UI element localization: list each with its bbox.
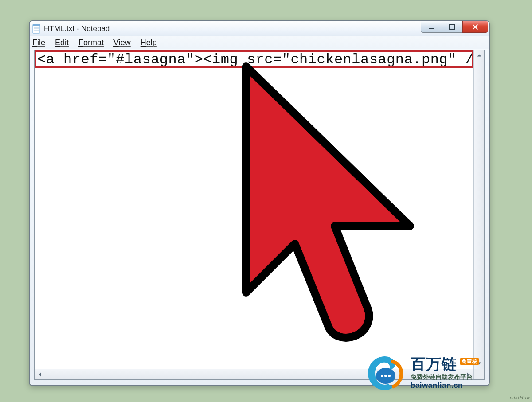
watermark-badge: 免审核 bbox=[460, 358, 479, 365]
maximize-button[interactable] bbox=[442, 21, 463, 33]
watermark-domain: baiwanlian.cn bbox=[411, 381, 479, 390]
minimize-button[interactable] bbox=[421, 21, 442, 33]
window-title: HTML.txt - Notepad bbox=[44, 24, 110, 33]
watermark-text: 百万链 免审核 免费外链自助发布平台 baiwanlian.cn bbox=[411, 356, 479, 390]
menubar: File Edit Format View Help bbox=[30, 36, 489, 49]
menu-format[interactable]: Format bbox=[78, 38, 104, 48]
window-controls bbox=[421, 21, 488, 33]
scroll-up-icon[interactable] bbox=[474, 50, 484, 61]
stage: HTML.txt - Notepad File Edit Format View… bbox=[0, 0, 532, 402]
menu-edit[interactable]: Edit bbox=[55, 38, 69, 48]
editor-frame: <a href="#lasagna"><img src="chickenlasa… bbox=[34, 50, 485, 380]
svg-point-13 bbox=[388, 375, 391, 377]
notepad-icon bbox=[32, 24, 40, 34]
wikihow-credit: wikiHow bbox=[510, 394, 530, 401]
watermark-subtitle: 免费外链自助发布平台 bbox=[411, 373, 479, 381]
close-button[interactable] bbox=[462, 21, 488, 33]
watermark-logo-icon bbox=[365, 354, 404, 393]
notepad-window: HTML.txt - Notepad File Edit Format View… bbox=[29, 20, 490, 386]
titlebar[interactable]: HTML.txt - Notepad bbox=[30, 21, 489, 36]
watermark-brand: 百万链 bbox=[411, 356, 457, 371]
menu-view[interactable]: View bbox=[113, 38, 131, 48]
text-editor-area[interactable]: <a href="#lasagna"><img src="chickenlasa… bbox=[35, 50, 473, 369]
svg-point-12 bbox=[384, 375, 387, 377]
menu-file[interactable]: File bbox=[32, 38, 45, 48]
svg-rect-5 bbox=[33, 24, 40, 26]
menu-help[interactable]: Help bbox=[141, 38, 157, 48]
code-line-1: <a href="#lasagna"><img src="chickenlasa… bbox=[35, 50, 473, 69]
scroll-left-icon[interactable] bbox=[35, 369, 45, 380]
svg-rect-7 bbox=[450, 24, 455, 30]
vertical-scrollbar[interactable] bbox=[473, 50, 484, 369]
svg-point-11 bbox=[381, 375, 383, 377]
watermark: 百万链 免审核 免费外链自助发布平台 baiwanlian.cn bbox=[365, 353, 525, 393]
